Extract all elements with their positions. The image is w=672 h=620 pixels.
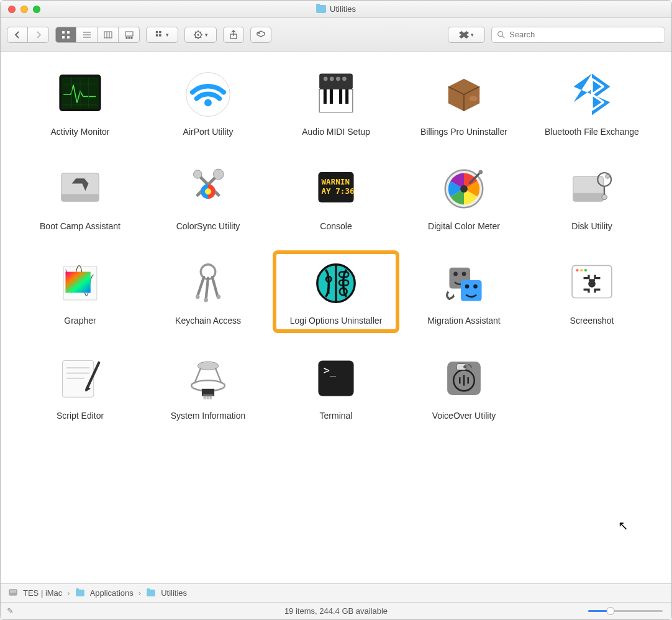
toolbar: ▾ ▾ ▾ bbox=[1, 18, 671, 52]
finder-window: Utilities ▾ ▾ ▾ bbox=[0, 0, 672, 620]
svg-point-77 bbox=[580, 269, 583, 271]
disk-utility-icon bbox=[565, 162, 619, 216]
view-mode bbox=[55, 27, 140, 43]
gallery-view-button[interactable] bbox=[119, 27, 140, 43]
svg-rect-102 bbox=[9, 593, 17, 595]
svg-rect-80 bbox=[589, 280, 595, 281]
forward-button[interactable] bbox=[28, 27, 49, 43]
svg-rect-10 bbox=[125, 32, 133, 36]
folder-icon bbox=[147, 590, 155, 596]
svg-point-50 bbox=[460, 185, 468, 193]
script-editor-icon bbox=[53, 352, 107, 405]
app-item-keychain[interactable]: Keychain Access bbox=[147, 253, 269, 330]
app-item-migration[interactable]: Migration Assistant bbox=[403, 253, 525, 330]
svg-rect-2 bbox=[62, 36, 65, 39]
dropbox-button[interactable]: ▾ bbox=[448, 27, 485, 43]
app-label: Boot Camp Assistant bbox=[40, 221, 120, 232]
app-label: Grapher bbox=[64, 315, 96, 326]
svg-point-57 bbox=[606, 175, 610, 179]
logi-icon bbox=[309, 257, 363, 310]
minimize-button[interactable] bbox=[20, 6, 28, 13]
svg-rect-86 bbox=[203, 394, 214, 396]
svg-rect-0 bbox=[62, 31, 65, 34]
console-icon: WARNINAY 7:36 bbox=[309, 162, 363, 216]
app-item-terminal[interactable]: >_Terminal bbox=[275, 348, 397, 425]
svg-point-22 bbox=[498, 31, 503, 36]
path-item[interactable]: Utilities bbox=[161, 588, 187, 598]
svg-point-70 bbox=[453, 272, 458, 276]
app-item-disk-utility[interactable]: Disk Utility bbox=[531, 158, 653, 235]
svg-point-38 bbox=[469, 96, 477, 101]
app-item-console[interactable]: WARNINAY 7:36Console bbox=[275, 158, 397, 235]
search-icon bbox=[497, 30, 506, 39]
svg-point-41 bbox=[193, 170, 201, 178]
svg-rect-36 bbox=[339, 89, 342, 104]
svg-rect-72 bbox=[461, 280, 482, 301]
svg-rect-11 bbox=[126, 37, 127, 39]
app-item-color-meter[interactable]: Digital Color Meter bbox=[403, 158, 525, 235]
share-button[interactable] bbox=[223, 27, 244, 43]
app-item-bootcamp[interactable]: Boot Camp Assistant bbox=[19, 158, 141, 235]
list-view-button[interactable] bbox=[76, 27, 98, 43]
app-label: Migration Assistant bbox=[427, 315, 501, 326]
column-view-button[interactable] bbox=[98, 27, 119, 43]
window-title: Utilities bbox=[316, 4, 356, 14]
svg-point-61 bbox=[204, 298, 208, 303]
svg-rect-58 bbox=[65, 272, 90, 293]
app-item-screenshot[interactable]: Screenshot bbox=[531, 253, 653, 330]
path-item[interactable]: TES | iMac bbox=[23, 588, 62, 598]
grapher-icon bbox=[53, 257, 107, 310]
box-icon bbox=[437, 68, 491, 121]
app-item-system-info[interactable]: System Information bbox=[147, 348, 269, 425]
path-item[interactable]: Applications bbox=[90, 588, 134, 598]
app-label: Keychain Access bbox=[175, 315, 241, 326]
svg-point-31 bbox=[336, 76, 340, 81]
icon-size-slider[interactable] bbox=[588, 610, 663, 612]
app-item-logi[interactable]: Logi Options Uninstaller bbox=[275, 253, 397, 330]
keychain-icon bbox=[181, 257, 235, 310]
app-item-airport[interactable]: AirPort Utility bbox=[147, 64, 269, 141]
chevron-icon: › bbox=[138, 588, 141, 598]
app-label: Console bbox=[320, 221, 352, 232]
svg-point-27 bbox=[204, 99, 212, 107]
svg-rect-14 bbox=[156, 30, 158, 33]
chevron-icon: › bbox=[67, 588, 70, 598]
search-field[interactable] bbox=[491, 27, 665, 43]
app-item-script-editor[interactable]: Script Editor bbox=[19, 348, 141, 425]
content-area[interactable]: Activity MonitorAirPort UtilityAudio MID… bbox=[1, 52, 671, 583]
app-item-colorsync[interactable]: ColorSync Utility bbox=[147, 158, 269, 235]
app-label: ColorSync Utility bbox=[176, 221, 240, 232]
svg-point-74 bbox=[473, 285, 478, 289]
close-button[interactable] bbox=[8, 6, 16, 13]
bluetooth-icon bbox=[565, 68, 619, 121]
app-label: VoiceOver Utility bbox=[432, 410, 496, 421]
bootcamp-icon bbox=[53, 162, 107, 216]
edit-tags-icon[interactable]: ✎ bbox=[7, 606, 14, 616]
app-item-grapher[interactable]: Grapher bbox=[19, 253, 141, 330]
action-button[interactable]: ▾ bbox=[184, 27, 217, 43]
status-text: 19 items, 244.4 GB available bbox=[284, 606, 388, 616]
app-item-activity-monitor[interactable]: Activity Monitor bbox=[19, 64, 141, 141]
icon-view-button[interactable] bbox=[55, 27, 76, 43]
svg-line-23 bbox=[502, 35, 505, 38]
arrange-button[interactable]: ▾ bbox=[146, 27, 178, 43]
app-item-audio-midi[interactable]: Audio MIDI Setup bbox=[275, 64, 397, 141]
app-item-voiceover[interactable]: VoiceOver Utility bbox=[403, 348, 525, 425]
back-button[interactable] bbox=[7, 27, 28, 43]
svg-point-60 bbox=[196, 295, 200, 299]
svg-point-71 bbox=[462, 272, 466, 276]
zoom-button[interactable] bbox=[33, 6, 40, 13]
svg-point-56 bbox=[602, 194, 607, 199]
app-label: Screenshot bbox=[570, 315, 614, 326]
svg-point-21 bbox=[258, 32, 260, 34]
tags-button[interactable] bbox=[250, 27, 271, 43]
svg-point-30 bbox=[330, 76, 334, 81]
svg-point-78 bbox=[584, 269, 587, 271]
svg-rect-7 bbox=[104, 32, 112, 38]
nav-buttons bbox=[7, 27, 49, 43]
migration-icon bbox=[437, 257, 491, 310]
window-controls bbox=[1, 6, 40, 13]
app-item-box[interactable]: Billings Pro Uninstaller bbox=[403, 64, 525, 141]
app-item-bluetooth[interactable]: Bluetooth File Exchange bbox=[531, 64, 653, 141]
search-input[interactable] bbox=[509, 30, 660, 39]
